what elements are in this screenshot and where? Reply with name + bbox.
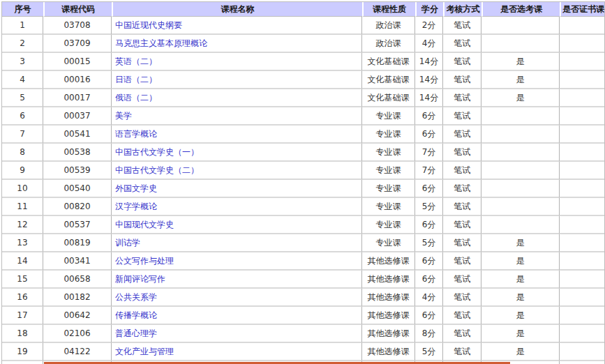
- cell-certificate: [560, 307, 604, 325]
- cell-name: 中国现代文学史: [112, 216, 362, 234]
- header-course-name: 课程名称: [112, 2, 362, 17]
- table-row: 103708中国近现代史纲要政治课2分笔试: [2, 17, 604, 35]
- course-name-link[interactable]: 马克思主义基本原理概论: [115, 38, 207, 48]
- cell-seq: 9: [2, 162, 43, 180]
- cell-assessment: 笔试: [443, 343, 481, 361]
- course-name-link[interactable]: 训诂学: [115, 238, 140, 248]
- cell-name: 日语（二）: [112, 71, 362, 89]
- course-name-link[interactable]: 中国现代文学史: [115, 220, 174, 229]
- table-row: 800538中国古代文学史（一）专业课7分笔试: [2, 144, 604, 162]
- cell-elective: 是: [481, 234, 560, 252]
- cell-certificate: [560, 107, 604, 126]
- cell-certificate: [560, 17, 604, 35]
- cell-assessment: 笔试: [443, 198, 481, 216]
- cell-nature: 专业课: [362, 162, 415, 180]
- cell-seq: 14: [2, 252, 43, 271]
- cell-certificate: [560, 180, 604, 198]
- cell-seq: 11: [2, 198, 43, 216]
- cell-code: 00819: [43, 234, 112, 252]
- cell-seq: 19: [2, 343, 43, 361]
- cell-code: 00541: [43, 126, 112, 144]
- course-name-link[interactable]: 文化产业与管理: [115, 347, 174, 356]
- course-name-link[interactable]: 公文写作与处理: [115, 256, 174, 266]
- course-name-link[interactable]: 公共关系学: [115, 292, 157, 302]
- cell-nature: 专业课: [362, 144, 415, 162]
- cell-nature: 政治课: [362, 17, 415, 35]
- table-row: 900539中国古代文学史（二）专业课7分笔试: [2, 162, 604, 180]
- table-row: 1802106普通心理学其他选修课8分笔试是: [2, 325, 604, 343]
- course-name-link[interactable]: 语言学概论: [115, 129, 157, 139]
- table-row: 1200537中国现代文学史专业课6分笔试: [2, 216, 604, 234]
- course-name-link[interactable]: 英语（二）: [115, 56, 157, 66]
- cell-code: 03709: [43, 35, 112, 53]
- cell-assessment: 笔试: [443, 271, 481, 289]
- cell-elective: 是: [481, 271, 560, 289]
- table-row: 600037美学专业课6分笔试: [2, 107, 604, 126]
- course-name-link[interactable]: 普通心理学: [115, 328, 157, 338]
- cell-elective: 是: [481, 289, 560, 307]
- cell-certificate: [560, 343, 604, 361]
- cell-name: 语言学概论: [112, 126, 362, 144]
- cell-certificate: [560, 198, 604, 216]
- cell-certificate: [560, 289, 604, 307]
- cell-seq: 17: [2, 307, 43, 325]
- course-name-link[interactable]: 中国古代文学史（一）: [115, 147, 199, 157]
- cell-credits: 14分: [415, 71, 443, 89]
- cell-seq: 20: [2, 361, 43, 364]
- cell-credits: 14分: [415, 89, 443, 107]
- table-header-row: 序号 课程代码 课程名称 课程性质 学分 考核方式 是否选考课 是否证书课: [2, 2, 604, 17]
- cell-credits: 6分: [415, 307, 443, 325]
- cell-credits: 6分: [415, 126, 443, 144]
- course-name-link[interactable]: 外国文学史: [115, 183, 157, 193]
- cell-code: 00037: [43, 107, 112, 126]
- cell-seq: 2: [2, 35, 43, 53]
- cell-name: 普通心理学: [112, 325, 362, 343]
- cell-elective: [481, 126, 560, 144]
- cell-code: 00642: [43, 307, 112, 325]
- cell-assessment: 笔试: [443, 71, 481, 89]
- cell-nature: 其他选修课: [362, 252, 415, 271]
- cell-elective: [481, 144, 560, 162]
- cell-certificate: [560, 271, 604, 289]
- table-row: 1400341公文写作与处理其他选修课6分笔试是: [2, 252, 604, 271]
- course-name-link[interactable]: 新闻评论写作: [115, 274, 165, 284]
- course-name-link[interactable]: 中国古代文学史（二）: [115, 165, 199, 175]
- cell-certificate: [560, 53, 604, 71]
- cell-name: 中国古代文学史（二）: [112, 162, 362, 180]
- cell-elective: 是: [481, 343, 560, 361]
- cell-nature: 专业课: [362, 234, 415, 252]
- cell-assessment: 笔试: [443, 234, 481, 252]
- course-name-link[interactable]: 中国近现代史纲要: [115, 20, 182, 30]
- cell-nature: 专业课: [362, 198, 415, 216]
- course-name-link[interactable]: 俄语（二）: [115, 93, 157, 103]
- cell-assessment: 笔试: [443, 289, 481, 307]
- cell-code: 00538: [43, 144, 112, 162]
- cell-credits: 4分: [415, 35, 443, 53]
- header-certificate: 是否证书课: [560, 2, 604, 17]
- course-name-link[interactable]: 日语（二）: [115, 75, 157, 84]
- cell-credits: 2分: [415, 17, 443, 35]
- cell-certificate: [560, 361, 604, 364]
- cell-certificate: [560, 216, 604, 234]
- cell-seq: 5: [2, 89, 43, 107]
- cell-elective: [481, 216, 560, 234]
- header-elective: 是否选考课: [481, 2, 560, 17]
- cell-elective: [481, 180, 560, 198]
- cell-certificate: [560, 126, 604, 144]
- cell-elective: [481, 162, 560, 180]
- cell-elective: 是: [481, 252, 560, 271]
- cell-assessment: 笔试: [443, 180, 481, 198]
- cell-code: 00182: [43, 289, 112, 307]
- cell-seq: 3: [2, 53, 43, 71]
- header-nature: 课程性质: [362, 2, 415, 17]
- header-seq: 序号: [2, 2, 43, 17]
- course-name-link[interactable]: 美学: [115, 111, 132, 121]
- cell-name: 俄语（二）: [112, 89, 362, 107]
- course-name-link[interactable]: 汉字学概论: [115, 202, 157, 211]
- cell-elective: 是: [481, 53, 560, 71]
- cell-seq: 4: [2, 71, 43, 89]
- cell-credits: 6分: [415, 107, 443, 126]
- cell-assessment: 笔试: [443, 216, 481, 234]
- table-row: 1300819训诂学专业课5分笔试是: [2, 234, 604, 252]
- course-name-link[interactable]: 传播学概论: [115, 310, 157, 320]
